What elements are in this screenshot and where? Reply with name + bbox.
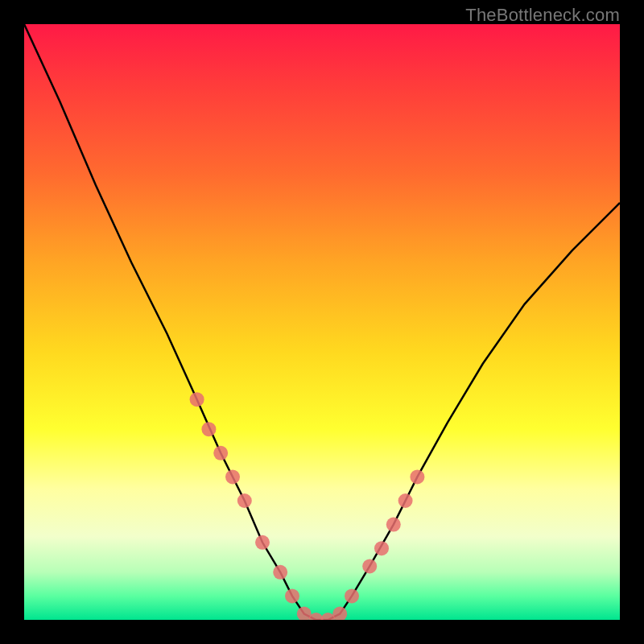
highlight-point: [285, 588, 299, 603]
highlight-point: [362, 559, 377, 573]
highlight-point: [374, 541, 389, 555]
highlight-point: [410, 469, 424, 484]
highlight-point: [213, 446, 228, 460]
bottleneck-curve: [24, 24, 620, 620]
highlight-point: [332, 607, 347, 620]
highlight-point: [273, 565, 287, 580]
highlight-point: [386, 518, 401, 532]
chart-container: TheBottleneck.com: [0, 0, 644, 644]
chart-svg: [24, 24, 620, 620]
highlight-point: [398, 493, 413, 508]
highlight-point: [225, 469, 240, 484]
highlight-points: [190, 392, 425, 620]
plot-area: [24, 24, 620, 620]
highlight-point: [345, 588, 359, 603]
highlight-point: [255, 535, 270, 550]
highlight-point: [201, 422, 216, 436]
watermark-text: TheBottleneck.com: [465, 5, 620, 26]
highlight-point: [190, 392, 204, 407]
highlight-point: [237, 493, 252, 508]
